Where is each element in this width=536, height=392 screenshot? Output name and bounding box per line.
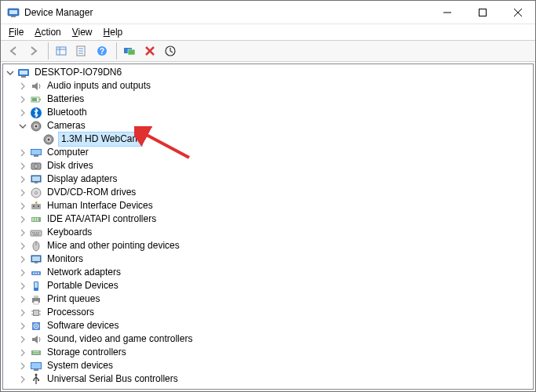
tree-category[interactable]: System devices xyxy=(3,359,533,372)
menu-action[interactable]: Action xyxy=(30,25,65,39)
menu-help[interactable]: Help xyxy=(99,25,128,39)
expand-icon[interactable] xyxy=(17,241,28,252)
expand-icon[interactable] xyxy=(17,214,28,225)
expand-icon[interactable] xyxy=(17,374,28,385)
expand-icon[interactable] xyxy=(17,347,28,358)
expand-icon[interactable] xyxy=(17,187,28,198)
svg-rect-17 xyxy=(128,49,135,55)
tree-category[interactable]: Computer xyxy=(3,146,533,159)
category-label: Processors xyxy=(46,306,96,319)
svg-point-44 xyxy=(35,191,38,194)
tree-category[interactable]: Sound, video and game controllers xyxy=(3,332,533,346)
tree-category[interactable]: Processors xyxy=(3,306,533,319)
properties-button[interactable] xyxy=(72,42,91,60)
expand-icon[interactable] xyxy=(17,307,28,318)
maximize-button[interactable] xyxy=(465,1,500,24)
expand-icon[interactable] xyxy=(17,81,28,92)
show-hidden-button[interactable] xyxy=(52,42,71,60)
expand-icon[interactable] xyxy=(17,227,28,238)
category-label: Batteries xyxy=(46,93,86,106)
tree-root[interactable]: DESKTOP-IO79DN6 xyxy=(3,66,533,79)
tree-category[interactable]: Mice and other pointing devices xyxy=(3,239,533,252)
collapse-icon[interactable] xyxy=(5,67,16,78)
forward-button[interactable] xyxy=(24,42,43,60)
close-button[interactable] xyxy=(500,1,535,24)
svg-rect-26 xyxy=(32,98,37,101)
expand-icon[interactable] xyxy=(17,267,28,278)
expand-icon[interactable] xyxy=(17,147,28,158)
category-label: System devices xyxy=(46,359,115,372)
svg-rect-71 xyxy=(34,296,38,298)
svg-point-33 xyxy=(48,138,50,140)
category-label: Keyboards xyxy=(46,226,93,239)
expand-icon[interactable] xyxy=(17,281,28,292)
cpu-icon xyxy=(30,307,42,319)
collapse-icon[interactable] xyxy=(17,121,28,132)
svg-rect-55 xyxy=(35,232,36,234)
network-icon xyxy=(30,267,42,279)
tree-category[interactable]: Display adapters xyxy=(3,172,533,186)
expand-icon[interactable] xyxy=(17,334,28,345)
tree-device[interactable]: 1.3M HD WebCam xyxy=(3,132,533,146)
update-driver-button[interactable] xyxy=(161,42,180,60)
svg-rect-58 xyxy=(33,234,39,234)
toolbar-separator xyxy=(48,42,49,60)
tree-category[interactable]: DVD/CD-ROM drives xyxy=(3,186,533,199)
expand-icon[interactable] xyxy=(17,254,28,265)
expand-icon[interactable] xyxy=(17,361,28,372)
menu-file[interactable]: File xyxy=(4,25,28,39)
hid-icon: ★ xyxy=(30,200,42,212)
tree-category[interactable]: Portable Devices xyxy=(3,279,533,292)
monitor-icon xyxy=(30,253,42,266)
bluetooth-icon xyxy=(30,107,42,119)
svg-point-66 xyxy=(35,272,37,274)
tree-category[interactable]: ★Human Interface Devices xyxy=(3,199,533,212)
minimize-button[interactable] xyxy=(429,1,465,24)
svg-rect-41 xyxy=(32,176,40,181)
help-button[interactable]: ? xyxy=(93,42,111,60)
svg-rect-54 xyxy=(32,232,34,234)
tree-category[interactable]: Network adapters xyxy=(3,266,533,279)
svg-point-81 xyxy=(35,325,37,327)
category-label: DVD/CD-ROM drives xyxy=(46,186,137,199)
tree-category[interactable]: Cameras xyxy=(3,119,533,132)
svg-rect-25 xyxy=(39,99,41,100)
root-label: DESKTOP-IO79DN6 xyxy=(33,66,123,79)
remove-button[interactable] xyxy=(140,42,159,60)
camera-icon xyxy=(42,133,55,146)
expand-icon[interactable] xyxy=(17,321,28,332)
expand-icon[interactable] xyxy=(17,161,28,172)
expand-icon[interactable] xyxy=(17,94,28,105)
menu-view[interactable]: View xyxy=(67,25,97,39)
tree-category[interactable]: Software devices xyxy=(3,319,533,332)
expand-icon[interactable] xyxy=(17,174,28,185)
category-label: Audio inputs and outputs xyxy=(46,79,152,93)
tree-category[interactable]: Bluetooth xyxy=(3,106,533,119)
category-label: Disk drives xyxy=(46,159,95,172)
tree-category[interactable]: Keyboards xyxy=(3,226,533,239)
expand-icon[interactable] xyxy=(17,201,28,212)
tree-category[interactable]: Batteries xyxy=(3,93,533,106)
device-tree[interactable]: DESKTOP-IO79DN6Audio inputs and outputsB… xyxy=(2,64,534,390)
scan-button[interactable] xyxy=(120,42,139,60)
tree-category[interactable]: Disk drives xyxy=(3,159,533,172)
tree-category[interactable]: Monitors xyxy=(3,252,533,266)
tree-category[interactable]: Audio inputs and outputs xyxy=(3,79,533,93)
category-label: Software devices xyxy=(46,319,120,332)
svg-rect-90 xyxy=(38,379,39,381)
tree-category[interactable]: Universal Serial Bus controllers xyxy=(3,372,533,386)
back-button[interactable] xyxy=(4,42,23,60)
menubar: File Action View Help xyxy=(1,24,535,40)
expand-icon[interactable] xyxy=(17,107,28,118)
expand-icon[interactable] xyxy=(17,294,28,305)
tree-category[interactable]: Storage controllers xyxy=(3,346,533,359)
svg-rect-23 xyxy=(21,76,26,78)
svg-point-30 xyxy=(35,125,38,127)
svg-rect-22 xyxy=(20,71,27,74)
window-title: Device Manager xyxy=(24,7,429,18)
svg-rect-52 xyxy=(37,218,38,221)
category-label: Cameras xyxy=(46,119,87,132)
category-label: Display adapters xyxy=(46,172,119,186)
tree-category[interactable]: IDE ATA/ATAPI controllers xyxy=(3,212,533,226)
tree-category[interactable]: Print queues xyxy=(3,292,533,306)
